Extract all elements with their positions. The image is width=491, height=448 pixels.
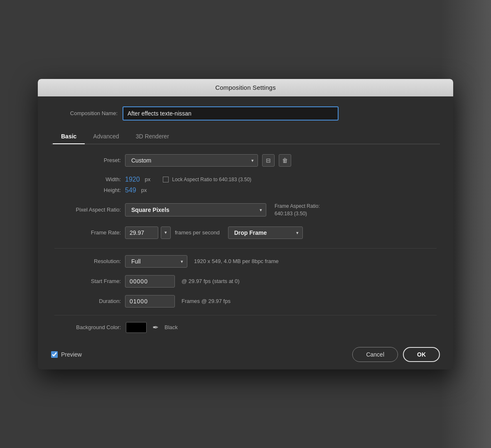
start-frame-info: @ 29.97 fps (starts at 0) [182, 278, 240, 284]
dialog-body: Composition Name: Basic Advanced 3D Rend… [38, 96, 453, 341]
tab-3d-renderer[interactable]: 3D Renderer [128, 129, 177, 144]
frame-rate-chevron-icon: ▾ [164, 230, 167, 235]
frame-rate-label: Frame Rate: [54, 229, 121, 236]
width-value[interactable]: 1920 [125, 176, 140, 183]
duration-input[interactable] [125, 295, 175, 308]
frame-aspect-label: Frame Aspect Ratio: [275, 203, 320, 209]
width-row: Width: 1920 px Lock Aspect Ratio to 640:… [54, 176, 437, 183]
background-color-label: Background Color: [54, 324, 121, 330]
lock-aspect-label: Lock Aspect Ratio to 640:183 (3.50) [172, 177, 251, 182]
height-value[interactable]: 549 [125, 187, 136, 194]
preset-select[interactable]: Custom HDTV 1080 29.97 HDTV 720 29.97 [125, 154, 258, 167]
resolution-select-wrapper: Full Half Third Quarter Custom ▾ [125, 255, 187, 268]
comp-name-row: Composition Name: [51, 106, 440, 121]
dialog-footer: Preview Cancel OK [38, 341, 453, 369]
background-color-swatch[interactable] [126, 322, 147, 333]
comp-name-label: Composition Name: [51, 110, 118, 116]
preset-row: Preset: Custom HDTV 1080 29.97 HDTV 720 … [54, 154, 437, 167]
basic-tab-content: Preset: Custom HDTV 1080 29.97 HDTV 720 … [51, 154, 440, 333]
eyedropper-button[interactable]: ✒ [152, 322, 160, 333]
composition-settings-dialog: Composition Settings Composition Name: B… [38, 79, 453, 369]
preset-label: Preset: [54, 157, 121, 163]
preset-select-wrapper: Custom HDTV 1080 29.97 HDTV 720 29.97 ▾ [125, 154, 258, 167]
par-select-wrapper: Square Pixels D1/DV NTSC (0.91) ▾ [125, 203, 266, 217]
pixel-aspect-ratio-row: Pixel Aspect Ratio: Square Pixels D1/DV … [54, 202, 437, 217]
duration-row: Duration: Frames @ 29.97 fps [54, 295, 437, 308]
width-unit: px [145, 176, 151, 182]
height-unit: px [141, 187, 147, 193]
ok-button[interactable]: OK [403, 347, 440, 362]
frame-aspect-info: Frame Aspect Ratio: 640:183 (3.50) [275, 202, 320, 217]
par-label: Pixel Aspect Ratio: [54, 207, 121, 213]
resolution-select[interactable]: Full Half Third Quarter Custom [125, 255, 187, 268]
save-preset-button[interactable]: ⊟ [262, 154, 275, 167]
start-frame-label: Start Frame: [54, 278, 121, 284]
preview-row: Preview [51, 351, 82, 358]
preview-label: Preview [61, 351, 82, 358]
eyedropper-icon: ✒ [152, 323, 159, 332]
drop-frame-select[interactable]: Drop Frame Non-Drop Frame [228, 226, 303, 239]
frame-aspect-value: 640:183 (3.50) [275, 211, 307, 217]
resolution-label: Resolution: [54, 258, 121, 264]
duration-info: Frames @ 29.97 fps [182, 298, 231, 304]
height-label: Height: [54, 187, 121, 193]
frame-rate-chevron-button[interactable]: ▾ [161, 226, 171, 239]
separator-1 [54, 248, 437, 249]
comp-name-input[interactable] [123, 106, 339, 121]
start-frame-input[interactable] [125, 275, 175, 288]
background-color-name: Black [164, 324, 178, 330]
delete-preset-button[interactable]: 🗑 [279, 154, 291, 167]
par-select[interactable]: Square Pixels D1/DV NTSC (0.91) [125, 203, 266, 217]
footer-buttons: Cancel OK [352, 347, 440, 362]
frame-rate-row: Frame Rate: ▾ frames per second Drop Fra… [54, 226, 437, 239]
resolution-info: 1920 x 549, 4.0 MB per 8bpc frame [194, 258, 279, 264]
preview-checkbox[interactable] [51, 351, 58, 358]
drop-frame-wrapper: Drop Frame Non-Drop Frame ▾ [228, 226, 303, 239]
dialog-titlebar: Composition Settings [38, 79, 453, 96]
save-preset-icon: ⊟ [266, 157, 271, 164]
dialog-title: Composition Settings [215, 84, 276, 91]
tab-basic[interactable]: Basic [53, 129, 85, 144]
frame-rate-input[interactable] [125, 226, 158, 239]
duration-label: Duration: [54, 298, 121, 304]
fps-label: frames per second [175, 229, 220, 236]
width-label: Width: [54, 176, 121, 182]
lock-aspect-checkbox[interactable] [163, 177, 169, 182]
resolution-row: Resolution: Full Half Third Quarter Cust… [54, 255, 437, 268]
background-color-row: Background Color: ✒ Black [54, 322, 437, 333]
tabs-bar: Basic Advanced 3D Renderer [51, 129, 440, 144]
height-row: Height: 549 px [54, 187, 437, 194]
tab-advanced[interactable]: Advanced [85, 129, 127, 144]
separator-2 [54, 315, 437, 315]
start-frame-row: Start Frame: @ 29.97 fps (starts at 0) [54, 275, 437, 288]
delete-preset-icon: 🗑 [282, 157, 288, 164]
cancel-button[interactable]: Cancel [352, 347, 398, 362]
size-section: Width: 1920 px Lock Aspect Ratio to 640:… [54, 176, 437, 194]
lock-aspect-area: Lock Aspect Ratio to 640:183 (3.50) [163, 177, 251, 182]
